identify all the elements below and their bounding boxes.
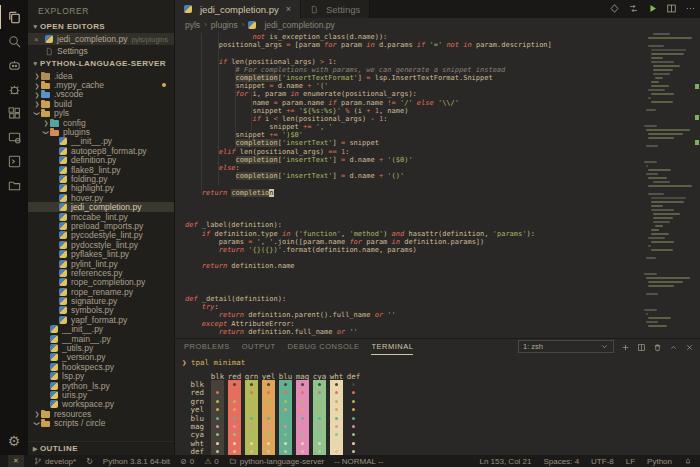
tree-item--utils-py[interactable]: _utils.py bbox=[28, 343, 174, 352]
open-editor-item[interactable]: ×jedi_completion.pypyls/plugins bbox=[28, 33, 174, 45]
tree-item--mypy-cache[interactable]: ❯.mypy_cache bbox=[28, 80, 174, 89]
close-panel-icon[interactable] bbox=[685, 338, 694, 356]
tree-item-uris-py[interactable]: uris.py bbox=[28, 390, 174, 399]
open-changes-icon[interactable] bbox=[628, 0, 639, 18]
tree-item-pyflakes-lint-py[interactable]: pyflakes_lint.py bbox=[28, 249, 174, 258]
panel-tab-terminal[interactable]: TERMINAL bbox=[371, 339, 413, 355]
tree-item--init-py[interactable]: __init__.py bbox=[28, 137, 174, 146]
git-branch[interactable]: develop* bbox=[34, 457, 76, 466]
palette-cell bbox=[328, 397, 345, 405]
tree-item-resources[interactable]: ❯resources bbox=[28, 409, 174, 418]
palette-dot bbox=[318, 408, 321, 411]
bot-activity-item[interactable] bbox=[0, 53, 28, 77]
project-section-header[interactable]: ▼ PYTHON-LANGUAGE-SERVER bbox=[28, 57, 174, 70]
tree-item--idea[interactable]: ❯.idea bbox=[28, 71, 174, 80]
tree-item-lsp-py[interactable]: lsp.py bbox=[28, 372, 174, 381]
tree-item-hookspecs-py[interactable]: hookspecs.py bbox=[28, 362, 174, 371]
tree-item-python-ls-py[interactable]: python_ls.py bbox=[28, 381, 174, 390]
remote-monitor-activity-item[interactable] bbox=[0, 125, 28, 149]
breadcrumb-item[interactable]: pyls bbox=[185, 20, 200, 30]
terminal-box-activity-item[interactable] bbox=[0, 149, 28, 173]
tree-item-references-py[interactable]: references.py bbox=[28, 268, 174, 277]
tree-item--main-py[interactable]: __main__.py bbox=[28, 334, 174, 343]
breadcrumb[interactable]: pyls›plugins›jedi_completion.py bbox=[175, 18, 700, 31]
open-editors-header[interactable]: ▼ OPEN EDITORS bbox=[28, 20, 174, 33]
sync-button[interactable]: ↻ bbox=[86, 457, 93, 466]
search-activity-item[interactable] bbox=[0, 29, 28, 53]
tab-jedi_completion-py[interactable]: jedi_completion.py× bbox=[175, 0, 301, 18]
tree-item-pydocstyle-lint-py[interactable]: pydocstyle_lint.py bbox=[28, 240, 174, 249]
warnings-count[interactable]: ⚠0 bbox=[204, 457, 219, 466]
maximize-panel-icon[interactable] bbox=[669, 338, 678, 356]
encoding[interactable]: UTF-8 bbox=[591, 457, 614, 466]
new-terminal-icon[interactable] bbox=[621, 338, 630, 356]
outline-section-header[interactable]: ▶ OUTLINE bbox=[28, 441, 175, 455]
vim-mode[interactable]: -- NORMAL -- bbox=[334, 457, 383, 466]
close-editor-icon[interactable]: × bbox=[34, 35, 43, 44]
debug-activity-item[interactable] bbox=[0, 77, 28, 101]
extensions-activity-item[interactable] bbox=[0, 101, 28, 125]
tree-item-rope-completion-py[interactable]: rope_completion.py bbox=[28, 278, 174, 287]
split-editor-icon[interactable] bbox=[666, 0, 677, 18]
tree-item-autopep8-format-py[interactable]: autopep8_format.py bbox=[28, 146, 174, 155]
tree-item-rope-rename-py[interactable]: rope_rename.py bbox=[28, 287, 174, 296]
breadcrumb-item[interactable]: plugins bbox=[211, 20, 238, 30]
tree-item--vscode[interactable]: ❯.vscode bbox=[28, 90, 174, 99]
tree-item-config[interactable]: ❯config bbox=[28, 118, 174, 127]
tree-item-pylint-lint-py[interactable]: pylint_lint.py bbox=[28, 259, 174, 268]
tree-item-pyls[interactable]: ❯pyls bbox=[28, 109, 174, 118]
errors-count[interactable]: ⊘0 bbox=[180, 457, 194, 466]
palette-dot bbox=[335, 433, 338, 436]
project-folder-activity-item[interactable] bbox=[0, 173, 28, 197]
panel-tab-problems[interactable]: PROBLEMS bbox=[184, 339, 230, 354]
explorer-activity-item[interactable] bbox=[0, 5, 28, 29]
tree-item-mccabe-lint-py[interactable]: mccabe_lint.py bbox=[28, 212, 174, 221]
indentation[interactable]: Spaces: 4 bbox=[544, 457, 580, 466]
tree-item-build[interactable]: ❯build bbox=[28, 99, 174, 108]
tree-item-symbols-py[interactable]: symbols.py bbox=[28, 306, 174, 315]
tree-item-folding-py[interactable]: folding.py bbox=[28, 174, 174, 183]
run-python-file-icon[interactable] bbox=[647, 0, 658, 18]
palette-bar bbox=[228, 448, 241, 455]
open-editor-item[interactable]: Settings bbox=[28, 45, 174, 57]
minimap[interactable] bbox=[644, 33, 692, 329]
tree-item-workspace-py[interactable]: workspace.py bbox=[28, 400, 174, 409]
panel-tab-debug-console[interactable]: DEBUG CONSOLE bbox=[288, 339, 360, 354]
language-mode[interactable]: Python bbox=[647, 457, 672, 466]
folder-icon bbox=[50, 128, 59, 136]
notifications[interactable] bbox=[684, 457, 692, 465]
tree-item-definition-py[interactable]: definition.py bbox=[28, 156, 174, 165]
settings-gear-icon[interactable]: ⚙ bbox=[0, 429, 28, 453]
close-tab-icon[interactable]: × bbox=[286, 4, 291, 14]
tree-item-pycodestyle-lint-py[interactable]: pycodestyle_lint.py bbox=[28, 231, 174, 240]
kill-terminal-icon[interactable] bbox=[653, 338, 662, 356]
tree-item-scripts-circle[interactable]: ❯scripts / circle bbox=[28, 418, 174, 427]
tree-item-yapf-format-py[interactable]: yapf_format.py bbox=[28, 315, 174, 324]
tree-item-highlight-py[interactable]: highlight.py bbox=[28, 184, 174, 193]
code-area[interactable]: not is_exception_class(d.name)): positio… bbox=[175, 31, 700, 338]
more-actions-icon[interactable] bbox=[685, 0, 696, 18]
tab-settings[interactable]: Settings bbox=[301, 0, 370, 18]
tree-item-plugins[interactable]: ❯plugins bbox=[28, 127, 174, 136]
breadcrumb-item[interactable]: jedi_completion.py bbox=[264, 20, 334, 30]
tree-item-preload-imports-py[interactable]: preload_imports.py bbox=[28, 221, 174, 230]
panel-tab-output[interactable]: OUTPUT bbox=[242, 339, 276, 354]
cursor-position[interactable]: Ln 153, Col 21 bbox=[479, 457, 531, 466]
split-terminal-icon[interactable] bbox=[637, 338, 646, 356]
workspace-name[interactable]: python-language-server bbox=[229, 457, 325, 466]
gitlens-icon[interactable] bbox=[609, 0, 620, 18]
tree-item-jedi-completion-py[interactable]: jedi_completion.py bbox=[28, 202, 174, 211]
tree-item-hover-py[interactable]: hover.py bbox=[28, 193, 174, 202]
tree-item--version-py[interactable]: _version.py bbox=[28, 353, 174, 362]
tree-item-flake8-lint-py[interactable]: flake8_lint.py bbox=[28, 165, 174, 174]
python-interpreter[interactable]: Python 3.8.1 64-bit bbox=[103, 457, 170, 466]
tree-item--init-py[interactable]: __init__.py bbox=[28, 325, 174, 334]
eol[interactable]: LF bbox=[626, 457, 635, 466]
tree-item-signature-py[interactable]: signature.py bbox=[28, 296, 174, 305]
remote-indicator[interactable]: ✕ bbox=[8, 455, 24, 467]
palette-cell bbox=[345, 448, 362, 455]
palette-cell bbox=[328, 414, 345, 422]
open-editor-label: Settings bbox=[57, 46, 88, 56]
terminal-shell-select[interactable]: 1: zsh bbox=[518, 340, 614, 353]
terminal-content[interactable]: ❯ tpal minimat blkredgrnyelblumagcyawhtd… bbox=[175, 354, 700, 455]
